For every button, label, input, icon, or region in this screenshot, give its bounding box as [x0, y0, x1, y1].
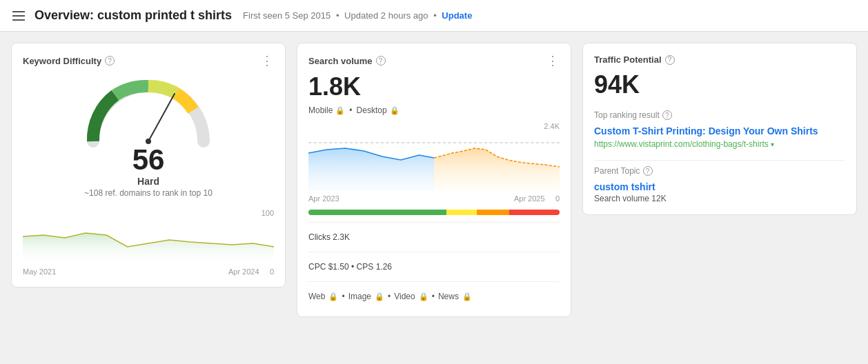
sv-desktop-label: Desktop — [357, 105, 387, 115]
traffic-potential-card: Traffic Potential ? 94K Top ranking resu… — [582, 43, 857, 215]
tp-value: 94K — [594, 70, 845, 99]
gauge-wrapper: 56 Hard ~108 ref. domains to rank in top… — [23, 72, 274, 205]
sv-video-label: Video — [394, 292, 415, 301]
kd-more-icon[interactable]: ⋮ — [261, 54, 274, 67]
sv-divider2 — [308, 252, 560, 252]
svg-line-0 — [148, 94, 175, 141]
kd-chart-left-label: May 2021 — [23, 267, 56, 276]
sv-chart-wrapper: 2.4K — [308, 122, 560, 203]
sv-chart-right-labels: Apr 2025 0 — [514, 194, 560, 203]
sv-chart-svg — [308, 122, 560, 191]
sv-cpc-label: CPC — [308, 262, 326, 272]
desktop-lock-icon: 🔒 — [390, 106, 400, 115]
sv-chart-left-label: Apr 2023 — [308, 194, 339, 203]
video-lock-icon: 🔒 — [419, 292, 428, 301]
header-meta: First seen 5 Sep 2015 • Updated 2 hours … — [243, 10, 472, 21]
separator1: • — [336, 10, 339, 21]
kd-chart-labels: May 2021 Apr 2024 0 — [23, 267, 274, 276]
sv-divider1 — [308, 222, 560, 223]
tp-help-icon[interactable]: ? — [665, 55, 675, 65]
sv-mobile-label: Mobile — [308, 105, 333, 115]
kd-title-row: Keyword Difficulty ? — [23, 56, 115, 66]
tp-top-ranking-label: Top ranking result — [594, 110, 660, 120]
svg-marker-4 — [308, 148, 434, 191]
sv-clicks-row: Clicks 2.3K — [308, 228, 560, 246]
sv-card-header: Search volume ? ⋮ — [308, 54, 560, 67]
sv-clicks-value: 2.3K — [333, 232, 350, 242]
tp-parent-topic-label: Parent Topic — [594, 166, 640, 176]
news-lock-icon: 🔒 — [462, 292, 472, 301]
sv-cpc-row: CPC $1.50 • CPS 1.26 — [308, 258, 560, 276]
tp-card-header: Traffic Potential ? — [594, 54, 845, 65]
update-link[interactable]: Update — [442, 10, 472, 21]
svg-marker-5 — [434, 148, 560, 191]
sv-chart-top-label: 2.4K — [544, 122, 560, 130]
gauge-label: Hard — [137, 176, 159, 187]
web-lock-icon: 🔒 — [328, 292, 338, 301]
sv-image-label: Image — [348, 292, 371, 301]
tp-title: Traffic Potential — [594, 54, 662, 65]
tp-result-title[interactable]: Custom T-Shirt Printing: Design Your Own… — [594, 125, 845, 136]
tp-search-vol: Search volume 12K — [594, 194, 845, 203]
sv-help-icon[interactable]: ? — [376, 56, 386, 65]
kd-help-icon[interactable]: ? — [105, 56, 115, 65]
image-lock-icon: 🔒 — [375, 292, 384, 301]
tp-parent-help-icon[interactable]: ? — [643, 166, 653, 176]
keyword-difficulty-card: Keyword Difficulty ? ⋮ 5 — [11, 43, 286, 287]
sv-more-icon[interactable]: ⋮ — [546, 54, 560, 67]
sv-news-label: News — [438, 292, 459, 301]
sv-cpc-value: $1.50 — [328, 262, 349, 272]
kd-chart-right-label: Apr 2024 0 — [228, 267, 274, 276]
tp-divider — [594, 160, 845, 161]
tp-result-url: https://www.vistaprint.com/clothing-bags… — [594, 139, 845, 149]
separator2: • — [433, 10, 437, 21]
tp-parent-title[interactable]: custom tshirt — [594, 181, 845, 192]
sv-divider3 — [308, 281, 560, 282]
sv-clicks-label: Clicks — [308, 232, 331, 242]
kd-title: Keyword Difficulty — [23, 56, 101, 66]
sv-devices: Mobile 🔒 • Desktop 🔒 — [308, 105, 560, 115]
sv-dot-separator: • — [349, 105, 352, 115]
tp-url-chevron: ▾ — [771, 141, 774, 148]
tp-ranking-help-icon[interactable]: ? — [662, 110, 672, 120]
cards-container: Keyword Difficulty ? ⋮ 5 — [0, 32, 868, 328]
kd-chart-top-label: 100 — [262, 209, 274, 217]
sv-title: Search volume — [308, 56, 373, 66]
mobile-lock-icon: 🔒 — [335, 106, 345, 115]
search-volume-card: Search volume ? ⋮ 1.8K Mobile 🔒 • Deskto… — [297, 43, 571, 317]
sv-cps-label: CPS — [357, 262, 374, 272]
kd-mini-chart: 100 May 2021 Apr 20 — [23, 209, 274, 276]
sv-value: 1.8K — [308, 72, 560, 101]
sv-chart-labels: Apr 2023 Apr 2025 0 — [308, 194, 560, 203]
hamburger-menu[interactable] — [11, 10, 26, 22]
sv-web-label: Web — [308, 292, 325, 301]
sv-progress-bar — [308, 210, 560, 215]
sv-title-row: Search volume ? — [308, 56, 386, 66]
gauge-score: 56 — [132, 145, 165, 174]
sv-web-row: Web 🔒 • Image 🔒 • Video 🔒 • News 🔒 — [308, 287, 560, 305]
kd-trend-svg — [23, 209, 274, 264]
tp-top-ranking-section: Top ranking result ? — [594, 110, 845, 120]
gauge-sub: ~108 ref. domains to rank in top 10 — [84, 188, 213, 198]
updated-time: Updated 2 hours ago — [344, 10, 428, 21]
kd-card-header: Keyword Difficulty ? ⋮ — [23, 54, 274, 67]
sv-cps-value: 1.26 — [376, 262, 392, 272]
tp-title-row: Traffic Potential ? — [594, 54, 675, 65]
page-title: Overview: custom printed t shirts — [34, 8, 232, 23]
first-seen: First seen 5 Sep 2015 — [243, 10, 331, 21]
tp-url-text: https://www.vistaprint.com/clothing-bags… — [594, 139, 769, 149]
gauge-svg — [79, 72, 217, 148]
header: Overview: custom printed t shirts First … — [0, 0, 868, 32]
tp-parent-topic-section: Parent Topic ? — [594, 166, 845, 176]
